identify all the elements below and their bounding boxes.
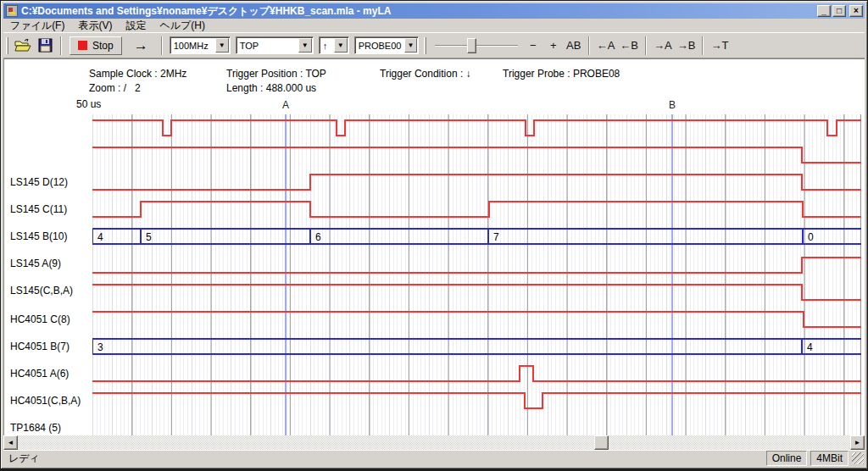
menu-file[interactable]: ファイル(F) xyxy=(3,18,71,34)
chevron-down-icon[interactable]: ▼ xyxy=(215,38,229,53)
toolbar-separator xyxy=(702,36,704,55)
digital-trace xyxy=(92,175,861,190)
probe-value: PROBE00 xyxy=(355,41,405,51)
toolbar-separator xyxy=(588,36,590,55)
goto-marker-b-button[interactable]: ←B xyxy=(617,39,641,52)
zoom-in-button[interactable]: + xyxy=(543,39,564,52)
scrollbar-track[interactable] xyxy=(18,435,850,450)
zoom-out-button[interactable]: − xyxy=(523,39,543,52)
bus-value: 3 xyxy=(97,341,103,353)
bus-value: 7 xyxy=(493,231,499,243)
run-arrow-button[interactable]: → xyxy=(125,37,157,54)
status-memory-badge: 4MBit xyxy=(810,451,849,466)
title-bar[interactable]: C:¥Documents and Settings¥noname¥デスクトップ¥… xyxy=(3,3,865,19)
sample-clock-info: Sample Clock : 2MHz xyxy=(89,68,186,80)
bus-value: 6 xyxy=(315,231,321,243)
open-file-icon[interactable] xyxy=(14,37,32,54)
marker-a-label: A xyxy=(282,99,289,111)
digital-trace xyxy=(92,312,861,327)
sample-clock-select[interactable]: 100MHz ▼ xyxy=(170,36,231,54)
ab-button[interactable]: AB xyxy=(564,39,584,52)
probe-select[interactable]: PROBE00 ▼ xyxy=(354,36,419,54)
digital-trace xyxy=(92,202,861,217)
chevron-down-icon[interactable]: ▼ xyxy=(298,38,312,53)
channel-label: LS145(C,B,A) xyxy=(10,285,73,296)
channel-label: HC4051 A(6) xyxy=(10,368,69,380)
chevron-down-icon[interactable]: ▼ xyxy=(404,38,416,53)
toolbar-separator xyxy=(645,36,647,55)
bus-value: 4 xyxy=(97,231,103,243)
set-marker-b-button[interactable]: →B xyxy=(675,39,698,52)
status-online-badge: Online xyxy=(766,451,808,466)
sample-clock-value: 100MHz xyxy=(170,41,215,51)
trigger-edge-select[interactable]: ↑ ▼ xyxy=(319,36,349,54)
horizontal-scrollbar[interactable]: ◄ ► xyxy=(3,435,865,450)
channel-label: HC4051 C(8) xyxy=(10,313,70,325)
trigger-position-select[interactable]: TOP ▼ xyxy=(236,36,314,54)
zoom-info: Zoom : / 2 xyxy=(89,82,141,94)
status-bar: レディ Online 4MBit xyxy=(3,450,865,466)
maximize-button[interactable]: □ xyxy=(832,5,846,17)
close-button[interactable]: × xyxy=(849,5,863,17)
app-window: C:¥Documents and Settings¥noname¥デスクトップ¥… xyxy=(0,0,868,471)
trigger-edge-value: ↑ xyxy=(320,41,334,51)
bus-value: 0 xyxy=(808,231,814,243)
zoom-slider[interactable] xyxy=(435,37,518,54)
toolbar-separator xyxy=(60,36,62,55)
toolbar-separator xyxy=(161,36,163,55)
zoom-slider-track xyxy=(435,45,518,47)
trigger-position-value: TOP xyxy=(236,41,298,51)
goto-trigger-button[interactable]: →T xyxy=(708,39,731,52)
scroll-left-arrow-icon[interactable]: ◄ xyxy=(3,435,18,450)
length-info: Length : 488.000 us xyxy=(226,82,316,94)
channel-label: LS145 A(9) xyxy=(10,258,61,269)
resize-grip[interactable] xyxy=(852,452,864,464)
digital-trace xyxy=(92,366,861,381)
save-icon[interactable] xyxy=(36,37,54,54)
minimize-button[interactable]: _ xyxy=(817,5,831,17)
channel-label: LS145 B(10) xyxy=(10,230,67,242)
channel-label: TP1684 (5) xyxy=(10,422,61,434)
time-scale-label: 50 us xyxy=(76,98,101,110)
bus-value: 4 xyxy=(807,341,813,353)
goto-marker-a-button[interactable]: ←A xyxy=(594,39,618,52)
stop-label: Stop xyxy=(92,40,114,52)
digital-trace xyxy=(92,147,861,163)
waveform-view: Sample Clock : 2MHz Trigger Position : T… xyxy=(3,58,865,435)
waveform-plot[interactable]: 4567034 xyxy=(92,114,861,435)
menu-view[interactable]: 表示(V) xyxy=(71,18,119,34)
toolbar-gripper[interactable] xyxy=(6,37,8,54)
menu-bar: ファイル(F) 表示(V) 設定 ヘルプ(H) xyxy=(3,19,865,32)
channel-label-pane: LS145 D(12)LS145 C(11)LS145 B(10)LS145 A… xyxy=(4,114,92,435)
trigger-condition-info: Trigger Condition : ↓ xyxy=(380,68,471,80)
digital-trace xyxy=(92,258,861,273)
set-marker-a-button[interactable]: →A xyxy=(651,39,675,52)
zoom-slider-thumb[interactable] xyxy=(467,38,476,53)
window-title: C:¥Documents and Settings¥noname¥デスクトップ¥… xyxy=(21,4,815,19)
digital-trace xyxy=(92,120,861,136)
trigger-probe-info: Trigger Probe : PROBE08 xyxy=(503,68,620,80)
toolbar-gripper[interactable] xyxy=(424,37,426,54)
channel-label: LS145 D(12) xyxy=(10,176,68,188)
status-ready-text: レディ xyxy=(3,451,766,467)
marker-b-label: B xyxy=(669,99,676,111)
toolbar: Stop → 100MHz ▼ TOP ▼ ↑ ▼ PROBE00 ▼ − + … xyxy=(3,32,865,58)
stop-square-icon xyxy=(78,41,87,50)
channel-label: LS145 C(11) xyxy=(10,203,67,215)
app-icon xyxy=(6,5,18,17)
digital-trace xyxy=(92,393,861,408)
channel-label: HC4051 B(7) xyxy=(10,341,70,352)
scrollbar-thumb[interactable] xyxy=(594,435,609,450)
chevron-down-icon[interactable]: ▼ xyxy=(334,38,348,53)
trigger-position-info: Trigger Position : TOP xyxy=(226,68,326,80)
scroll-right-arrow-icon[interactable]: ► xyxy=(850,435,865,450)
menu-settings[interactable]: 設定 xyxy=(119,18,153,34)
stop-button[interactable]: Stop xyxy=(70,36,122,55)
channel-label: HC4051(C,B,A) xyxy=(10,395,81,407)
bus-value: 5 xyxy=(146,231,152,243)
digital-trace xyxy=(92,285,861,300)
menu-help[interactable]: ヘルプ(H) xyxy=(153,18,212,34)
